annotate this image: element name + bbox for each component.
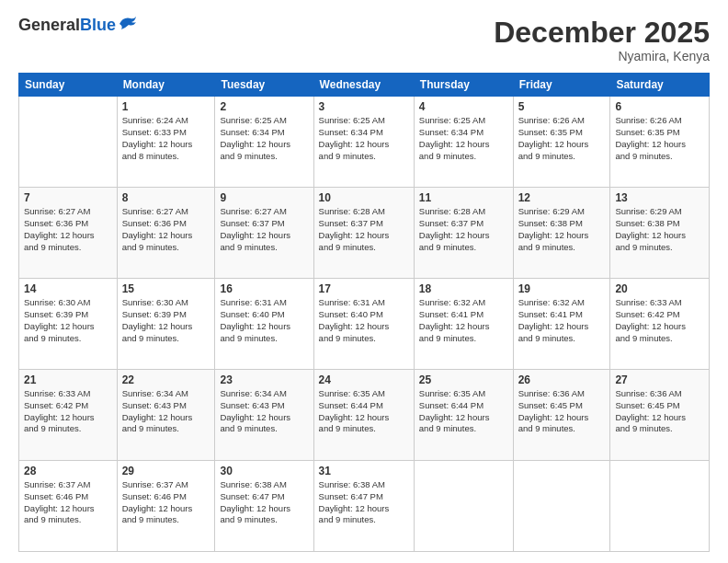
day-number: 22 [122,373,210,386]
cell-info: Sunrise: 6:35 AMSunset: 6:44 PMDaylight:… [419,388,508,435]
cell-info: Sunrise: 6:32 AMSunset: 6:41 PMDaylight:… [518,297,606,344]
cell-info: Sunrise: 6:37 AMSunset: 6:46 PMDaylight:… [24,479,112,526]
cell-info: Sunrise: 6:33 AMSunset: 6:42 PMDaylight:… [615,297,704,344]
cell-info: Sunrise: 6:36 AMSunset: 6:45 PMDaylight:… [518,388,606,435]
calendar-cell [414,461,513,552]
calendar-cell: 25Sunrise: 6:35 AMSunset: 6:44 PMDayligh… [414,370,513,461]
calendar-cell: 17Sunrise: 6:31 AMSunset: 6:40 PMDayligh… [313,279,414,370]
calendar-cell: 28Sunrise: 6:37 AMSunset: 6:46 PMDayligh… [19,461,118,552]
day-number: 1 [122,100,210,113]
calendar-cell: 7Sunrise: 6:27 AMSunset: 6:36 PMDaylight… [19,188,118,279]
cell-info: Sunrise: 6:27 AMSunset: 6:36 PMDaylight:… [122,206,210,253]
calendar-page: GeneralBlue December 2025 Nyamira, Kenya… [0,0,728,563]
day-number: 28 [24,465,112,477]
cell-info: Sunrise: 6:24 AMSunset: 6:33 PMDaylight:… [122,115,210,162]
calendar-cell: 6Sunrise: 6:26 AMSunset: 6:35 PMDaylight… [610,97,710,188]
day-number: 9 [220,191,308,204]
header-friday: Friday [513,74,610,97]
day-number: 30 [220,465,308,477]
calendar-cell: 11Sunrise: 6:28 AMSunset: 6:37 PMDayligh… [414,188,513,279]
day-number: 3 [319,100,409,113]
cell-info: Sunrise: 6:25 AMSunset: 6:34 PMDaylight:… [319,115,409,162]
day-number: 7 [24,191,112,204]
day-number: 8 [122,191,210,204]
cell-info: Sunrise: 6:28 AMSunset: 6:37 PMDaylight:… [319,206,409,253]
header: GeneralBlue December 2025 Nyamira, Kenya [18,17,710,63]
week-row-0: 1Sunrise: 6:24 AMSunset: 6:33 PMDaylight… [19,97,710,188]
calendar-cell: 10Sunrise: 6:28 AMSunset: 6:37 PMDayligh… [313,188,414,279]
calendar-cell [513,461,610,552]
calendar-cell: 18Sunrise: 6:32 AMSunset: 6:41 PMDayligh… [414,279,513,370]
cell-info: Sunrise: 6:34 AMSunset: 6:43 PMDaylight:… [220,388,308,435]
calendar-cell: 23Sunrise: 6:34 AMSunset: 6:43 PMDayligh… [215,370,313,461]
calendar-cell: 9Sunrise: 6:27 AMSunset: 6:37 PMDaylight… [215,188,313,279]
header-thursday: Thursday [414,74,513,97]
cell-info: Sunrise: 6:31 AMSunset: 6:40 PMDaylight:… [319,297,409,344]
cell-info: Sunrise: 6:27 AMSunset: 6:36 PMDaylight:… [24,206,112,253]
cell-info: Sunrise: 6:26 AMSunset: 6:35 PMDaylight:… [615,115,704,162]
header-wednesday: Wednesday [313,74,414,97]
calendar-cell [610,461,710,552]
cell-info: Sunrise: 6:28 AMSunset: 6:37 PMDaylight:… [419,206,508,253]
calendar-cell [19,97,118,188]
logo-general: General [18,16,80,34]
header-monday: Monday [117,74,215,97]
header-sunday: Sunday [19,74,118,97]
header-row: SundayMondayTuesdayWednesdayThursdayFrid… [19,74,710,97]
cell-info: Sunrise: 6:33 AMSunset: 6:42 PMDaylight:… [24,388,112,435]
day-number: 11 [419,191,508,204]
cell-info: Sunrise: 6:35 AMSunset: 6:44 PMDaylight:… [319,388,409,435]
calendar-cell: 14Sunrise: 6:30 AMSunset: 6:39 PMDayligh… [19,279,118,370]
day-number: 24 [319,373,409,386]
cell-info: Sunrise: 6:26 AMSunset: 6:35 PMDaylight:… [518,115,606,162]
calendar-cell: 2Sunrise: 6:25 AMSunset: 6:34 PMDaylight… [215,97,313,188]
week-row-3: 21Sunrise: 6:33 AMSunset: 6:42 PMDayligh… [19,370,710,461]
calendar-cell: 8Sunrise: 6:27 AMSunset: 6:36 PMDaylight… [117,188,215,279]
cell-info: Sunrise: 6:27 AMSunset: 6:37 PMDaylight:… [220,206,308,253]
calendar-cell: 12Sunrise: 6:29 AMSunset: 6:38 PMDayligh… [513,188,610,279]
logo-text: GeneralBlue [18,17,116,33]
week-row-2: 14Sunrise: 6:30 AMSunset: 6:39 PMDayligh… [19,279,710,370]
logo-blue: Blue [80,16,116,34]
week-row-1: 7Sunrise: 6:27 AMSunset: 6:36 PMDaylight… [19,188,710,279]
day-number: 15 [122,282,210,295]
cell-info: Sunrise: 6:29 AMSunset: 6:38 PMDaylight:… [615,206,704,253]
day-number: 23 [220,373,308,386]
calendar-cell: 24Sunrise: 6:35 AMSunset: 6:44 PMDayligh… [313,370,414,461]
day-number: 5 [518,100,606,113]
calendar-cell: 30Sunrise: 6:38 AMSunset: 6:47 PMDayligh… [215,461,313,552]
calendar-cell: 27Sunrise: 6:36 AMSunset: 6:45 PMDayligh… [610,370,710,461]
day-number: 14 [24,282,112,295]
calendar-table: SundayMondayTuesdayWednesdayThursdayFrid… [18,73,710,552]
day-number: 6 [615,100,704,113]
cell-info: Sunrise: 6:37 AMSunset: 6:46 PMDaylight:… [122,479,210,526]
cell-info: Sunrise: 6:36 AMSunset: 6:45 PMDaylight:… [615,388,704,435]
cell-info: Sunrise: 6:30 AMSunset: 6:39 PMDaylight:… [24,297,112,344]
day-number: 26 [518,373,606,386]
calendar-cell: 29Sunrise: 6:37 AMSunset: 6:46 PMDayligh… [117,461,215,552]
day-number: 31 [319,465,409,477]
day-number: 12 [518,191,606,204]
day-number: 17 [319,282,409,295]
logo: GeneralBlue [18,17,138,33]
calendar-cell: 16Sunrise: 6:31 AMSunset: 6:40 PMDayligh… [215,279,313,370]
day-number: 29 [122,465,210,477]
calendar-cell: 1Sunrise: 6:24 AMSunset: 6:33 PMDaylight… [117,97,215,188]
day-number: 2 [220,100,308,113]
cell-info: Sunrise: 6:25 AMSunset: 6:34 PMDaylight:… [419,115,508,162]
calendar-cell: 4Sunrise: 6:25 AMSunset: 6:34 PMDaylight… [414,97,513,188]
cell-info: Sunrise: 6:30 AMSunset: 6:39 PMDaylight:… [122,297,210,344]
title-block: December 2025 Nyamira, Kenya [494,17,710,63]
cell-info: Sunrise: 6:32 AMSunset: 6:41 PMDaylight:… [419,297,508,344]
day-number: 18 [419,282,508,295]
header-saturday: Saturday [610,74,710,97]
week-row-4: 28Sunrise: 6:37 AMSunset: 6:46 PMDayligh… [19,461,710,552]
calendar-cell: 22Sunrise: 6:34 AMSunset: 6:43 PMDayligh… [117,370,215,461]
day-number: 13 [615,191,704,204]
calendar-cell: 31Sunrise: 6:38 AMSunset: 6:47 PMDayligh… [313,461,414,552]
cell-info: Sunrise: 6:31 AMSunset: 6:40 PMDaylight:… [220,297,308,344]
cell-info: Sunrise: 6:38 AMSunset: 6:47 PMDaylight:… [220,479,308,526]
calendar-cell: 15Sunrise: 6:30 AMSunset: 6:39 PMDayligh… [117,279,215,370]
cell-info: Sunrise: 6:29 AMSunset: 6:38 PMDaylight:… [518,206,606,253]
day-number: 21 [24,373,112,386]
